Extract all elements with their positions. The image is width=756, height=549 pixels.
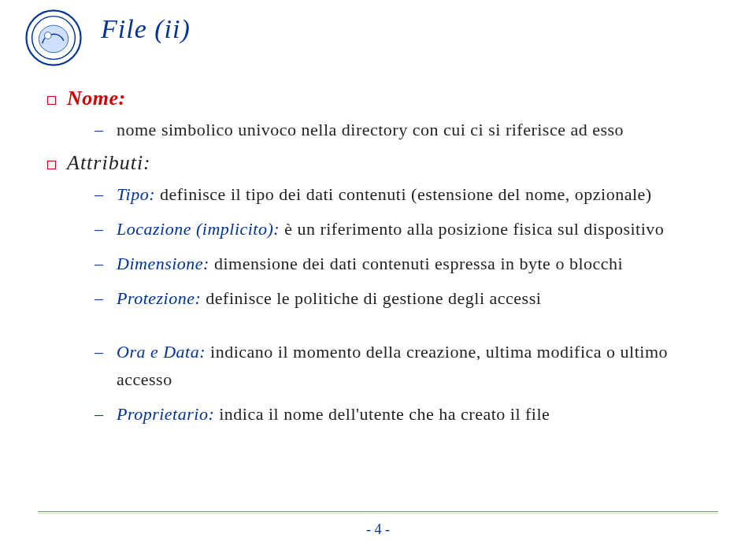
attr-term: Protezione: bbox=[117, 288, 201, 308]
bullet-square-icon bbox=[47, 96, 56, 105]
dash-icon: – bbox=[94, 254, 106, 274]
dash-icon: – bbox=[94, 120, 106, 140]
bullet-square-icon bbox=[47, 161, 56, 169]
dash-icon: – bbox=[94, 219, 106, 239]
nome-label: Nome: bbox=[67, 87, 126, 109]
attr-ora-data: – Ora e Data: indicano il momento della … bbox=[94, 339, 724, 392]
attr-term: Proprietario: bbox=[117, 404, 214, 424]
attr-proprietario: – Proprietario: indica il nome dell'uten… bbox=[94, 401, 724, 428]
dash-icon: – bbox=[94, 404, 106, 425]
attr-tipo: – Tipo: definisce il tipo dei dati conte… bbox=[94, 181, 724, 208]
attr-term: Ora e Data: bbox=[117, 342, 206, 362]
bullet-attributi: Attributi: bbox=[47, 151, 724, 175]
dash-icon: – bbox=[94, 342, 106, 362]
slide: File (ii) Nome: – nome simbolico univoco… bbox=[0, 0, 756, 549]
attr-rest: indica il nome dell'utente che ha creato… bbox=[214, 404, 550, 424]
svg-point-2 bbox=[39, 25, 68, 53]
attr-dimensione: – Dimensione: dimensione dei dati conten… bbox=[94, 250, 724, 277]
attr-rest: dimensione dei dati contenuti espressa i… bbox=[209, 254, 623, 273]
bullet-nome: Nome: bbox=[47, 87, 724, 110]
slide-title: File (ii) bbox=[101, 14, 191, 44]
attr-locazione: – Locazione (implicito): è un riferiment… bbox=[94, 216, 724, 243]
attr-protezione: – Protezione: definisce le politiche di … bbox=[94, 285, 724, 312]
attr-rest: definisce le politiche di gestione degli… bbox=[201, 288, 541, 308]
polimi-logo bbox=[25, 9, 82, 66]
svg-point-3 bbox=[44, 32, 51, 39]
page-number: - 4 - bbox=[0, 521, 756, 538]
attr-term: Tipo: bbox=[117, 184, 155, 204]
dash-icon: – bbox=[94, 184, 106, 205]
nome-desc: nome simbolico univoco nella directory c… bbox=[117, 117, 624, 143]
attr-rest: è un riferimento alla posizione fisica s… bbox=[280, 219, 664, 239]
attr-term: Dimensione: bbox=[117, 254, 209, 273]
nome-desc-row: – nome simbolico univoco nella directory… bbox=[94, 117, 724, 143]
attr-term: Locazione (implicito): bbox=[117, 219, 280, 239]
footer-divider bbox=[38, 511, 718, 513]
attributi-label: Attributi: bbox=[67, 151, 151, 175]
slide-content: Nome: – nome simbolico univoco nella dir… bbox=[47, 87, 724, 436]
attr-rest: definisce il tipo dei dati contenuti (es… bbox=[155, 184, 652, 204]
dash-icon: – bbox=[94, 288, 106, 309]
